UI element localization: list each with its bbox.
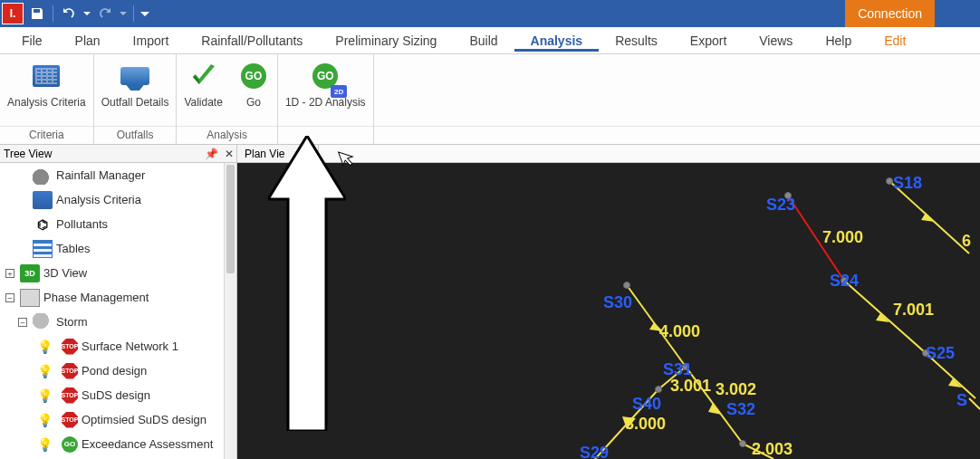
node-dot[interactable] — [623, 282, 630, 289]
tree-item-storm[interactable]: − Storm — [0, 310, 224, 334]
link-label: 7.001 — [893, 301, 934, 320]
menu-results[interactable]: Results — [599, 30, 674, 52]
validate-button[interactable]: Validate — [177, 54, 229, 126]
node-label: S40 — [632, 395, 661, 414]
ribbon-group-outfalls: Outfall Details Outfalls — [94, 54, 178, 144]
tree-item-pond-design[interactable]: 💡 STOP Pond design — [0, 359, 224, 383]
node-dot[interactable] — [739, 440, 746, 447]
plan-view-tab[interactable]: Plan Vie — [237, 145, 319, 163]
menu-preliminary-sizing[interactable]: Preliminary Sizing — [319, 30, 453, 52]
node-label: S29 — [580, 444, 609, 459]
tree-item-label: Pond design — [82, 364, 147, 378]
collapse-icon[interactable]: − — [18, 318, 27, 327]
tree-item-label: Pollutants — [56, 217, 108, 231]
node-label: S32 — [726, 400, 755, 419]
ribbon-btn-label: Outfall Details — [101, 96, 169, 109]
node-dot[interactable] — [655, 386, 662, 393]
bulb-icon: 💡 — [34, 362, 54, 380]
tree-item-tables[interactable]: Tables — [0, 236, 224, 261]
tab-strip — [319, 145, 980, 163]
vertical-scrollbar[interactable] — [224, 163, 236, 459]
menu-plan[interactable]: Plan — [59, 30, 117, 52]
svg-marker-10 — [921, 213, 935, 222]
tree-view-panel: Tree View 📌 ✕ Rainfall Manager Analysis … — [0, 145, 237, 459]
ribbon-btn-label: Analysis Criteria — [7, 96, 86, 109]
menu-export[interactable]: Export — [674, 30, 743, 52]
ribbon-group-label — [278, 126, 373, 144]
link-label: 2.003 — [752, 440, 793, 459]
svg-marker-14 — [708, 403, 722, 415]
go-icon: GO — [241, 63, 266, 89]
link-label: 7.000 — [822, 228, 863, 247]
bulb-icon: 💡 — [34, 387, 54, 405]
tree-item-rainfall-manager[interactable]: Rainfall Manager — [0, 163, 224, 187]
pollutant-icon: ⌬ — [33, 215, 53, 234]
pin-icon[interactable]: 📌 — [204, 148, 218, 160]
tree-item-pollutants[interactable]: ⌬ Pollutants — [0, 212, 224, 236]
node-label: S23 — [766, 196, 795, 215]
ribbon: Analysis Criteria Criteria Outfall Detai… — [0, 54, 980, 145]
go-button[interactable]: GO Go — [230, 54, 277, 126]
expand-icon[interactable]: + — [5, 269, 14, 278]
ribbon-group-label: Criteria — [0, 126, 93, 144]
outfall-details-button[interactable]: Outfall Details — [94, 54, 177, 126]
link-label: 3.000 — [625, 415, 666, 434]
menu-file[interactable]: File — [5, 30, 59, 52]
tree-item-exceedance-assessment[interactable]: 💡 GO Exceedance Assessment — [0, 432, 224, 456]
plan-canvas[interactable]: S18 S23 S24 S25 S30 S31 S32 S40 S29 S 7.… — [237, 163, 980, 459]
tree-item-surface-network[interactable]: 💡 STOP Surface Network 1 — [0, 334, 224, 359]
ribbon-btn-label: Validate — [184, 96, 222, 109]
tree-item-analysis-criteria[interactable]: Analysis Criteria — [0, 187, 224, 212]
redo-icon[interactable] — [95, 4, 115, 24]
plan-view-panel: Plan Vie — [237, 145, 980, 459]
connection-button[interactable]: Connection — [845, 0, 935, 27]
tree-item-suds-design[interactable]: 💡 STOP SuDS design — [0, 383, 224, 407]
stop-icon: STOP — [62, 412, 78, 428]
node-dot[interactable] — [886, 177, 893, 185]
svg-line-8 — [969, 398, 980, 409]
menu-bar: File Plan Import Rainfall/Pollutants Pre… — [0, 27, 980, 54]
tree-body: Rainfall Manager Analysis Criteria ⌬ Pol… — [0, 163, 236, 459]
analysis-criteria-button[interactable]: Analysis Criteria — [0, 54, 93, 126]
node-label: S24 — [830, 272, 859, 291]
menu-help[interactable]: Help — [809, 30, 868, 52]
menu-analysis[interactable]: Analysis — [514, 30, 600, 52]
menu-edit[interactable]: Edit — [868, 30, 922, 52]
app-icon[interactable]: I. — [2, 3, 24, 24]
tree-item-optimised-suds[interactable]: 💡 STOP Optimsied SuDS design — [0, 407, 224, 432]
go-small-icon: GO — [62, 436, 78, 453]
separator — [133, 5, 134, 22]
link-label: 3.002 — [716, 380, 756, 399]
panel-title: Tree View — [4, 148, 52, 160]
ribbon-btn-label: Go — [246, 96, 261, 109]
redo-dropdown-icon[interactable] — [119, 4, 128, 24]
grid-icon — [33, 65, 60, 87]
bulb-icon: 💡 — [34, 338, 54, 356]
checkmark-icon — [187, 60, 220, 92]
grid-icon — [33, 191, 53, 209]
close-icon[interactable]: ✕ — [222, 148, 236, 160]
qat-customize-icon[interactable] — [139, 4, 150, 24]
tree-item-3d-view[interactable]: + 3D 3D View — [0, 261, 224, 285]
undo-dropdown-icon[interactable] — [82, 4, 91, 24]
phase-icon — [20, 289, 40, 307]
ribbon-group-1d2d: GO 2D 1D - 2D Analysis — [278, 54, 374, 144]
ribbon-group-label: Analysis — [177, 126, 276, 144]
menu-import[interactable]: Import — [117, 30, 186, 52]
menu-rainfall-pollutants[interactable]: Rainfall/Pollutants — [185, 30, 319, 52]
undo-icon[interactable] — [59, 4, 79, 24]
stop-icon: STOP — [62, 363, 78, 379]
work-area: Tree View 📌 ✕ Rainfall Manager Analysis … — [0, 145, 980, 459]
menu-views[interactable]: Views — [743, 30, 809, 52]
tree-item-phase-management[interactable]: − Phase Management — [0, 285, 224, 310]
tree-item-label: Surface Network 1 — [82, 339, 178, 353]
menu-build[interactable]: Build — [453, 30, 514, 52]
link-label: 4.000 — [659, 322, 700, 341]
window-controls[interactable] — [935, 0, 980, 27]
1d-2d-analysis-button[interactable]: GO 2D 1D - 2D Analysis — [278, 54, 373, 126]
tree-item-label: SuDS design — [82, 388, 150, 402]
save-icon[interactable] — [27, 4, 47, 24]
ribbon-group-criteria: Analysis Criteria Criteria — [0, 54, 94, 144]
bulb-icon: 💡 — [34, 411, 54, 429]
collapse-icon[interactable]: − — [5, 293, 14, 302]
